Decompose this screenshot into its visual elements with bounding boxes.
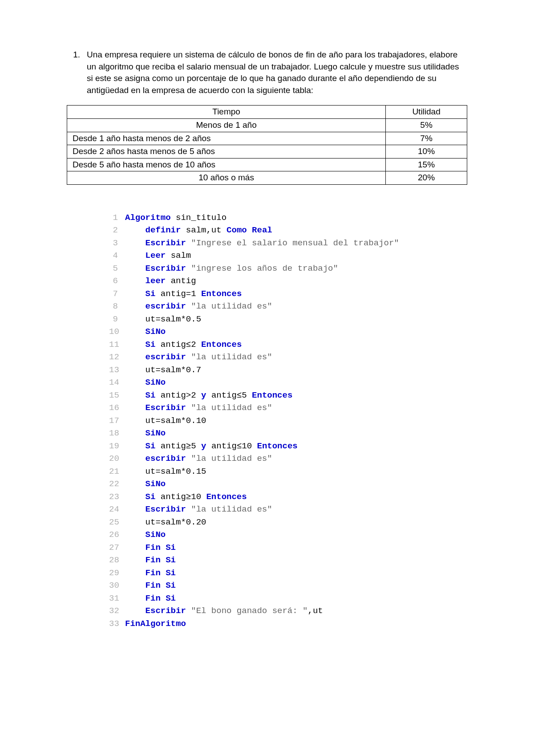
code-line: 5 Escribir "ingrese los años de trabajo" — [109, 262, 467, 275]
cell-time: Desde 2 años hasta menos de 5 años — [67, 145, 386, 159]
line-number: 29 — [109, 567, 125, 580]
line-number: 30 — [109, 579, 125, 592]
table-row: Desde 5 año hasta menos de 10 años 15% — [67, 158, 467, 171]
line-number: 2 — [109, 224, 125, 237]
code-line: 31 Fin Si — [109, 592, 467, 605]
line-number: 17 — [109, 415, 125, 427]
code-content: Si antig≥10 Entonces — [125, 491, 467, 504]
code-content: Escribir "la utilidad es" — [125, 402, 467, 415]
code-content: ut=salm*0.20 — [125, 516, 467, 529]
code-content: Fin Si — [125, 541, 467, 554]
table-row: Menos de 1 año 5% — [67, 118, 467, 132]
code-line: 14 SiNo — [109, 376, 467, 389]
code-line: 25 ut=salm*0.20 — [109, 516, 467, 529]
line-number: 13 — [109, 364, 125, 377]
line-number: 19 — [109, 440, 125, 453]
code-line: 3 Escribir "Ingrese el salario mensual d… — [109, 237, 467, 250]
code-content: SiNo — [125, 376, 467, 389]
line-number: 4 — [109, 249, 125, 262]
code-content: escribir "la utilidad es" — [125, 452, 467, 465]
code-line: 16 Escribir "la utilidad es" — [109, 402, 467, 415]
code-content: Escribir "la utilidad es" — [125, 503, 467, 516]
code-content: Algoritmo sin_titulo — [125, 211, 467, 224]
code-content: Si antig≥5 y antig≤10 Entonces — [125, 440, 467, 453]
line-number: 24 — [109, 503, 125, 516]
cell-time: Menos de 1 año — [67, 118, 386, 132]
line-number: 18 — [109, 427, 125, 440]
code-line: 23 Si antig≥10 Entonces — [109, 491, 467, 504]
code-line: 9 ut=salm*0.5 — [109, 313, 467, 326]
problem-statement: 1. Una empresa requiere un sistema de cá… — [67, 49, 467, 96]
code-content: Leer salm — [125, 249, 467, 262]
header-utilidad: Utilidad — [386, 106, 467, 119]
cell-utility: 5% — [386, 118, 467, 132]
code-line: 4 Leer salm — [109, 249, 467, 262]
line-number: 21 — [109, 465, 125, 478]
code-content: SiNo — [125, 478, 467, 491]
line-number: 15 — [109, 389, 125, 402]
code-line: 15 Si antig>2 y antig≤5 Entonces — [109, 389, 467, 402]
cell-utility: 15% — [386, 158, 467, 171]
problem-number: 1. — [67, 49, 87, 96]
code-content: ut=salm*0.10 — [125, 415, 467, 427]
code-line: 28 Fin Si — [109, 554, 467, 567]
code-content: Si antig>2 y antig≤5 Entonces — [125, 389, 467, 402]
line-number: 7 — [109, 288, 125, 301]
code-line: 6 leer antig — [109, 275, 467, 288]
line-number: 31 — [109, 592, 125, 605]
line-number: 11 — [109, 338, 125, 351]
table-row: Desde 2 años hasta menos de 5 años 10% — [67, 145, 467, 159]
line-number: 16 — [109, 402, 125, 415]
code-line: 27 Fin Si — [109, 541, 467, 554]
code-line: 26 SiNo — [109, 528, 467, 541]
line-number: 5 — [109, 262, 125, 275]
cell-time: 10 años o más — [67, 171, 386, 185]
line-number: 1 — [109, 211, 125, 224]
code-content: Escribir "El bono ganado será: ",ut — [125, 605, 467, 618]
code-line: 13 ut=salm*0.7 — [109, 364, 467, 377]
line-number: 26 — [109, 528, 125, 541]
code-content: SiNo — [125, 427, 467, 440]
code-line: 24 Escribir "la utilidad es" — [109, 503, 467, 516]
line-number: 14 — [109, 376, 125, 389]
code-line: 32 Escribir "El bono ganado será: ",ut — [109, 605, 467, 618]
code-content: escribir "la utilidad es" — [125, 300, 467, 313]
code-line: 18 SiNo — [109, 427, 467, 440]
table-row: Desde 1 año hasta menos de 2 años 7% — [67, 132, 467, 145]
code-content: definir salm,ut Como Real — [125, 224, 467, 237]
code-content: Fin Si — [125, 554, 467, 567]
line-number: 3 — [109, 237, 125, 250]
line-number: 20 — [109, 452, 125, 465]
code-block: 1Algoritmo sin_titulo 2 definir salm,ut … — [109, 211, 467, 630]
code-content: ut=salm*0.15 — [125, 465, 467, 478]
line-number: 8 — [109, 300, 125, 313]
code-line: 1Algoritmo sin_titulo — [109, 211, 467, 224]
code-line: 33FinAlgoritmo — [109, 618, 467, 630]
table-row: 10 años o más 20% — [67, 171, 467, 185]
code-line: 2 definir salm,ut Como Real — [109, 224, 467, 237]
code-content: Si antig=1 Entonces — [125, 288, 467, 301]
cell-time: Desde 1 año hasta menos de 2 años — [67, 132, 386, 145]
code-line: 17 ut=salm*0.10 — [109, 415, 467, 427]
cell-time: Desde 5 año hasta menos de 10 años — [67, 158, 386, 171]
code-content: SiNo — [125, 325, 467, 338]
line-number: 23 — [109, 491, 125, 504]
line-number: 25 — [109, 516, 125, 529]
table-header-row: Tiempo Utilidad — [67, 106, 467, 119]
code-content: Fin Si — [125, 567, 467, 580]
line-number: 10 — [109, 325, 125, 338]
cell-utility: 7% — [386, 132, 467, 145]
code-line: 19 Si antig≥5 y antig≤10 Entonces — [109, 440, 467, 453]
line-number: 12 — [109, 351, 125, 364]
utility-table: Tiempo Utilidad Menos de 1 año 5% Desde … — [67, 105, 467, 185]
code-line: 22 SiNo — [109, 478, 467, 491]
code-line: 12 escribir "la utilidad es" — [109, 351, 467, 364]
line-number: 9 — [109, 313, 125, 326]
cell-utility: 20% — [386, 171, 467, 185]
line-number: 22 — [109, 478, 125, 491]
code-line: 20 escribir "la utilidad es" — [109, 452, 467, 465]
line-number: 33 — [109, 618, 125, 630]
code-content: Escribir "Ingrese el salario mensual del… — [125, 237, 467, 250]
code-line: 29 Fin Si — [109, 567, 467, 580]
code-content: escribir "la utilidad es" — [125, 351, 467, 364]
